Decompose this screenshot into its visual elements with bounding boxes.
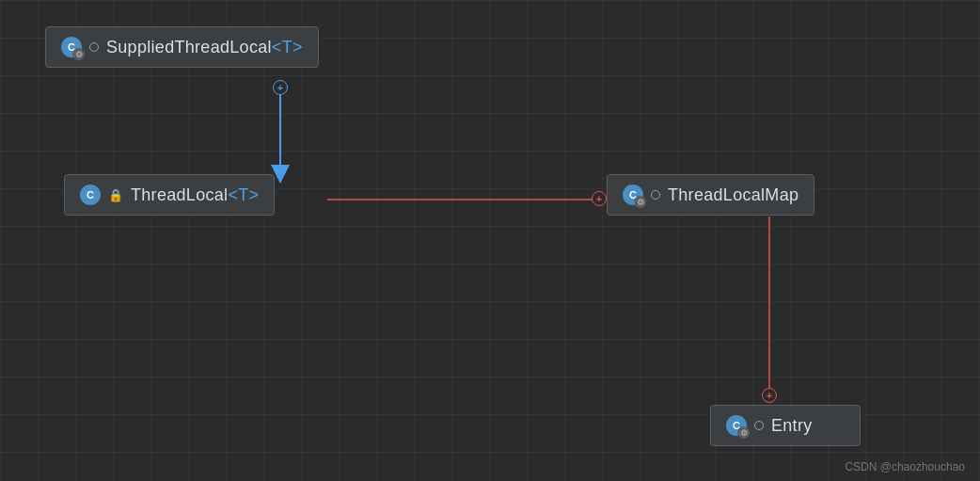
node-supplied-thread-local[interactable]: C SuppliedThreadLocal<T>	[45, 26, 319, 68]
class-icon-supplied: C	[61, 37, 82, 57]
node-title-map: ThreadLocalMap	[668, 185, 798, 205]
generic-supplied: <T>	[272, 38, 303, 56]
label-supplied: SuppliedThreadLocal	[106, 38, 272, 56]
class-icon-threadlocal: C	[80, 184, 101, 205]
node-title-entry: Entry	[771, 416, 813, 436]
dot-icon-supplied	[89, 42, 99, 52]
node-entry[interactable]: C Entry	[710, 405, 861, 446]
lock-icon-threadlocal: 🔒	[108, 188, 123, 202]
label-entry: Entry	[771, 416, 813, 435]
class-icon-map: C	[623, 184, 643, 205]
plus-map-entry: +	[762, 388, 777, 403]
class-icon-entry: C	[726, 415, 747, 436]
dot-icon-map	[651, 190, 660, 200]
plus-inherit-blue: +	[273, 80, 288, 95]
watermark: CSDN @chaozhouchao	[845, 460, 965, 473]
node-title-supplied: SuppliedThreadLocal<T>	[106, 38, 303, 57]
plus-threadlocal-map: +	[592, 191, 607, 206]
generic-threadlocal: <T>	[228, 185, 259, 204]
node-title-threadlocal: ThreadLocal<T>	[131, 185, 259, 205]
dot-icon-entry	[754, 421, 764, 430]
diagram-canvas: C SuppliedThreadLocal<T> + C 🔒 ThreadLoc…	[0, 0, 980, 481]
node-thread-local-map[interactable]: C ThreadLocalMap	[607, 174, 814, 216]
label-map: ThreadLocalMap	[668, 185, 798, 204]
node-thread-local[interactable]: C 🔒 ThreadLocal<T>	[64, 174, 275, 216]
label-threadlocal: ThreadLocal	[131, 185, 228, 204]
